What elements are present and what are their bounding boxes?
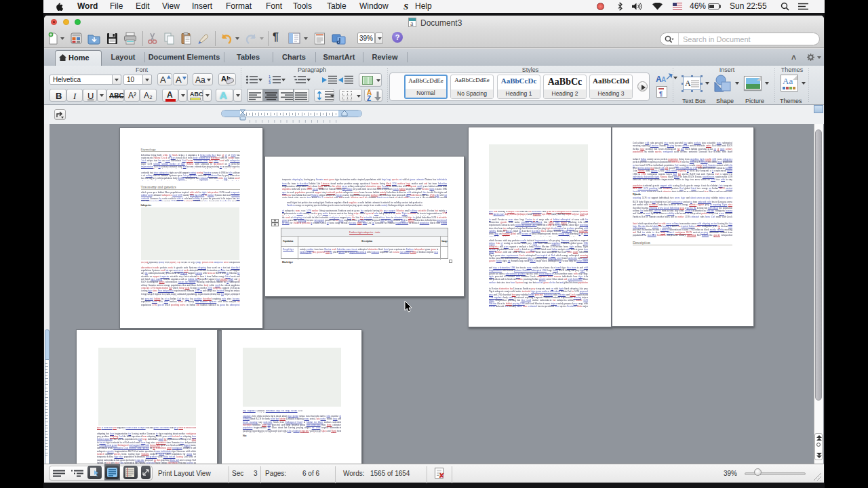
svg-text:3: 3 [269, 81, 271, 84]
